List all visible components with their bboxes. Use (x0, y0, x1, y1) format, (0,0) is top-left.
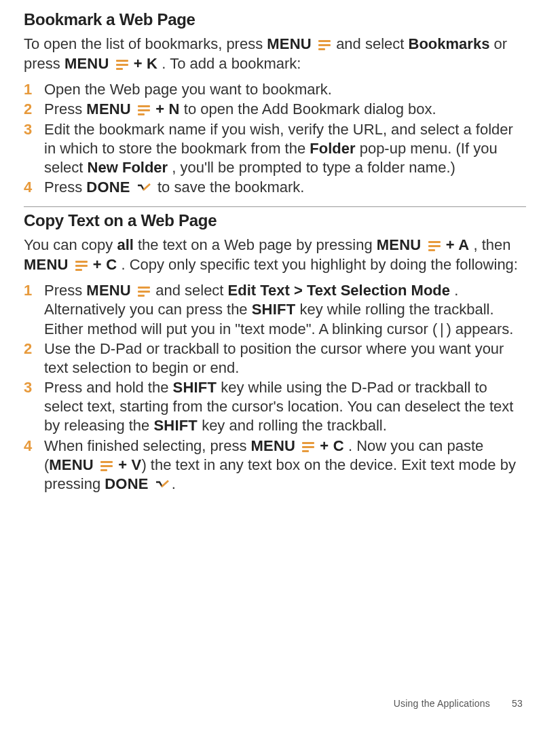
edit-text-label: Edit Text > Text Selection Mode (228, 282, 450, 299)
page-footer: Using the Applications 53 (394, 698, 523, 709)
section-heading-bookmark: Bookmark a Web Page (24, 10, 526, 29)
shift-key: SHIFT (173, 379, 217, 396)
plus-c-key: + C (320, 437, 343, 454)
shift-key: SHIFT (153, 417, 198, 434)
menu-key: MENU (377, 236, 422, 253)
bookmark-intro: To open the list of bookmarks, press MEN… (24, 35, 526, 73)
bookmarks-label: Bookmarks (409, 35, 490, 52)
menu-icon (428, 241, 441, 251)
menu-icon (318, 40, 331, 50)
menu-icon (138, 105, 150, 115)
text: . Copy only specific text you highlight … (121, 256, 518, 273)
plus-a-key: + A (446, 236, 470, 253)
shift-key: SHIFT (252, 301, 296, 318)
menu-key: MENU (49, 456, 94, 473)
menu-icon (100, 461, 113, 471)
copy-intro: You can copy all the text on a Web page … (24, 236, 526, 274)
menu-icon (116, 60, 128, 69)
new-folder-label: New Folder (88, 159, 168, 176)
text: When finished selecting, press (44, 437, 251, 454)
plus-v-key: + V (118, 456, 141, 473)
menu-icon (75, 261, 88, 270)
text: Press and hold the (44, 379, 173, 396)
text: , you'll be prompted to type a folder na… (172, 159, 455, 176)
done-key: DONE (105, 475, 148, 492)
manual-page: Bookmark a Web Page To open the list of … (0, 0, 560, 736)
text: Press (44, 282, 86, 299)
plus-n-key: + N (155, 100, 179, 117)
text: Open the Web page you want to bookmark. (44, 81, 332, 98)
text: to open the Add Bookmark dialog box. (184, 100, 436, 117)
bookmark-steps: Open the Web page you want to bookmark. … (24, 80, 526, 197)
text: You can copy (24, 236, 117, 253)
text: , then (473, 236, 510, 253)
all-label: all (117, 236, 133, 253)
menu-key: MENU (251, 437, 296, 454)
text: To open the list of bookmarks, press (24, 35, 267, 52)
folder-label: Folder (310, 140, 355, 157)
text: Use the D-Pad or trackball to position t… (44, 340, 504, 376)
list-item: Edit the bookmark name if you wish, veri… (24, 120, 526, 177)
list-item: Press and hold the SHIFT key while using… (24, 378, 526, 435)
plus-c-key: + C (93, 256, 117, 273)
text: key and rolling the trackball. (202, 417, 387, 434)
done-icon (155, 480, 170, 490)
text: and select (336, 35, 408, 52)
menu-icon (138, 287, 150, 296)
menu-key: MENU (267, 35, 312, 52)
done-key: DONE (86, 179, 130, 196)
footer-label: Using the Applications (394, 698, 490, 709)
page-number: 53 (512, 698, 523, 709)
text: . To add a bookmark: (162, 55, 301, 72)
done-icon (137, 183, 152, 193)
text: and select (155, 282, 227, 299)
menu-key: MENU (24, 256, 69, 273)
text: the text on a Web page by pressing (138, 236, 377, 253)
text: Press (44, 179, 86, 196)
list-item: When finished selecting, press MENU + C … (24, 437, 526, 494)
list-item: Press MENU + N to open the Add Bookmark … (24, 100, 526, 119)
menu-key: MENU (86, 282, 131, 299)
plus-k-key: + K (134, 55, 157, 72)
list-item: Press MENU and select Edit Text > Text S… (24, 281, 526, 338)
menu-key: MENU (64, 55, 109, 72)
text: to save the bookmark. (157, 179, 304, 196)
list-item: Press DONE to save the bookmark. (24, 178, 526, 197)
menu-icon (302, 442, 314, 452)
list-item: Open the Web page you want to bookmark. (24, 80, 526, 99)
menu-key: MENU (86, 100, 131, 117)
list-item: Use the D-Pad or trackball to position t… (24, 339, 526, 378)
text: . (172, 475, 176, 492)
text: Press (44, 100, 86, 117)
section-heading-copy: Copy Text on a Web Page (24, 206, 526, 230)
copy-steps: Press MENU and select Edit Text > Text S… (24, 281, 526, 494)
